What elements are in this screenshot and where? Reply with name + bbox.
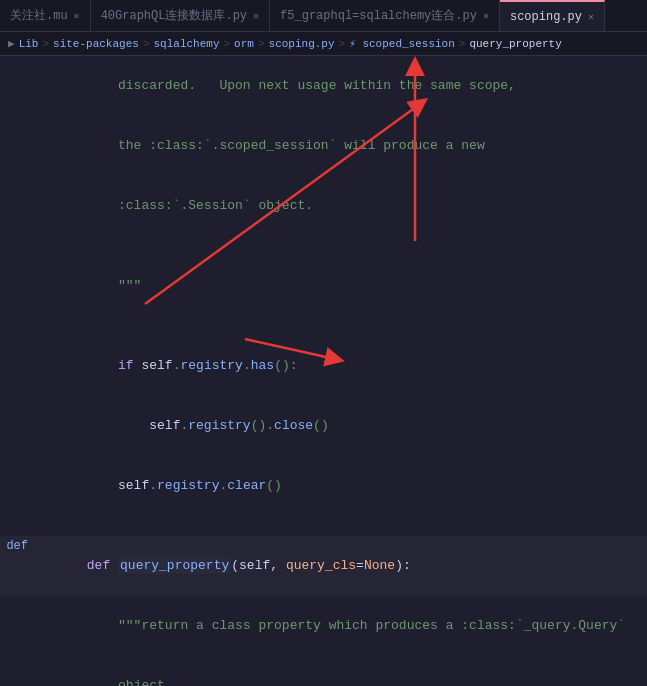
line-content: """ xyxy=(40,256,647,316)
line-content: if self.registry.has(): xyxy=(40,336,647,396)
breadcrumb-item-query[interactable]: query_property xyxy=(469,38,561,50)
tab-label: 40GraphQL连接数据库.py xyxy=(101,7,247,24)
code-line xyxy=(0,516,647,536)
breadcrumb: ▶ Lib > site-packages > sqlalchemy > orm… xyxy=(0,32,647,56)
line-content: object xyxy=(40,656,647,686)
breadcrumb-item-scoped[interactable]: ⚡ scoped_session xyxy=(349,37,455,50)
breadcrumb-sep: > xyxy=(459,38,466,50)
line-content: """return a class property which produce… xyxy=(40,596,647,656)
line-content: the :class:`.scoped_session` will produc… xyxy=(40,116,647,176)
tab-label: f5_graphql=sqlalchemy连合.py xyxy=(280,7,477,24)
close-icon[interactable]: ✕ xyxy=(253,10,259,22)
tab-f5[interactable]: f5_graphql=sqlalchemy连合.py ✕ xyxy=(270,0,500,31)
line-content: discarded. Upon next usage within the sa… xyxy=(40,56,647,116)
breadcrumb-item-sqlalchemy[interactable]: sqlalchemy xyxy=(153,38,219,50)
code-line-def: def def query_property(self, query_cls=N… xyxy=(0,536,647,596)
breadcrumb-item-lib[interactable]: Lib xyxy=(19,38,39,50)
code-area: discarded. Upon next usage within the sa… xyxy=(0,56,647,686)
breadcrumb-sep: > xyxy=(339,38,346,50)
breadcrumb-item-site[interactable]: site-packages xyxy=(53,38,139,50)
breadcrumb-sep: > xyxy=(143,38,150,50)
line-content: self.registry.clear() xyxy=(40,456,647,516)
code-line: if self.registry.has(): xyxy=(0,336,647,396)
code-line xyxy=(0,236,647,256)
code-line: self.registry().close() xyxy=(0,396,647,456)
tab-ganzhu[interactable]: 关注社.mu ✕ xyxy=(0,0,91,31)
tab-bar: 关注社.mu ✕ 40GraphQL连接数据库.py ✕ f5_graphql=… xyxy=(0,0,647,32)
breadcrumb-sep: > xyxy=(258,38,265,50)
code-line: """return a class property which produce… xyxy=(0,596,647,656)
code-line: the :class:`.scoped_session` will produc… xyxy=(0,116,647,176)
breadcrumb-sep: > xyxy=(42,38,49,50)
code-line: """ xyxy=(0,256,647,316)
tab-label: scoping.py xyxy=(510,10,582,24)
line-num: def xyxy=(0,536,40,556)
breadcrumb-arrow: ▶ xyxy=(8,37,15,50)
code-line: self.registry.clear() xyxy=(0,456,647,516)
breadcrumb-sep: > xyxy=(224,38,231,50)
breadcrumb-item-orm[interactable]: orm xyxy=(234,38,254,50)
close-icon[interactable]: ✕ xyxy=(74,10,80,22)
code-line xyxy=(0,316,647,336)
close-icon[interactable]: ✕ xyxy=(588,11,594,23)
line-content: self.registry().close() xyxy=(40,396,647,456)
close-icon[interactable]: ✕ xyxy=(483,10,489,22)
line-content: :class:`.Session` object. xyxy=(40,176,647,236)
code-line: :class:`.Session` object. xyxy=(0,176,647,236)
code-line: discarded. Upon next usage within the sa… xyxy=(0,56,647,116)
code-line: object xyxy=(0,656,647,686)
tab-label: 关注社.mu xyxy=(10,7,68,24)
breadcrumb-item-file[interactable]: scoping.py xyxy=(269,38,335,50)
tab-graphql[interactable]: 40GraphQL连接数据库.py ✕ xyxy=(91,0,270,31)
tab-scoping[interactable]: scoping.py ✕ xyxy=(500,0,605,31)
line-content: def query_property(self, query_cls=None)… xyxy=(40,536,647,596)
